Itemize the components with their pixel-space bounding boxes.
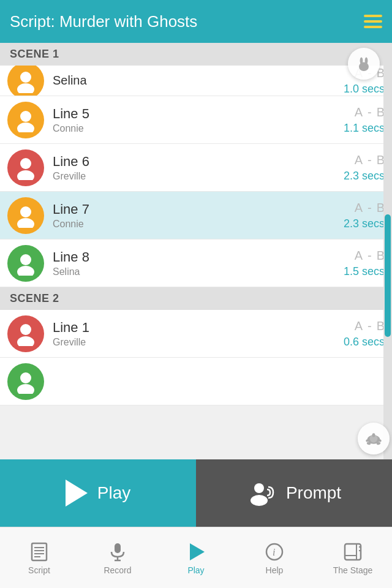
- line-controls: A - B 2.3 secs: [344, 153, 385, 183]
- prompt-button[interactable]: Prompt: [196, 459, 392, 527]
- svg-rect-28: [32, 543, 47, 560]
- table-row[interactable]: Line 7 Connie A - B 2.3 secs: [0, 192, 392, 239]
- table-row[interactable]: Selina A - B 1.0 secs: [0, 66, 392, 96]
- tab-help[interactable]: i Help: [235, 541, 314, 575]
- play-label: Play: [97, 483, 130, 503]
- svg-point-16: [17, 170, 34, 180]
- scene-1-label: SCENE 1: [10, 48, 59, 60]
- tab-script[interactable]: Script: [0, 541, 78, 575]
- svg-point-11: [20, 72, 31, 83]
- line-controls: A - B 1.1 secs: [344, 105, 385, 135]
- svg-text:i: i: [273, 547, 275, 557]
- svg-point-25: [17, 384, 34, 394]
- line-info: Line 7 Connie: [53, 202, 344, 230]
- tab-stage-label: The Stage: [333, 565, 373, 575]
- svg-point-15: [20, 158, 31, 169]
- tab-help-label: Help: [266, 565, 284, 575]
- speed-slow-button[interactable]: [358, 423, 390, 454]
- avatar-icon: [13, 108, 38, 132]
- avatar-icon: [13, 69, 38, 93]
- scene-2-header: SCENE 2: [0, 287, 392, 310]
- table-row[interactable]: Line 8 Selina A - B 1.5 secs: [0, 239, 392, 287]
- stage-icon: [342, 541, 364, 563]
- line-controls: A - B 0.6 secs: [344, 319, 385, 349]
- prompt-label: Prompt: [286, 483, 341, 503]
- line-controls: A - B 1.5 secs: [344, 249, 385, 278]
- svg-point-18: [17, 218, 34, 228]
- line-info: Line 6 Greville: [53, 154, 344, 182]
- tab-record-label: Record: [104, 565, 131, 575]
- tab-play-label: Play: [187, 565, 204, 575]
- svg-point-10: [372, 433, 375, 437]
- rabbit-icon: [354, 54, 374, 74]
- line-info: Line 8 Selina: [53, 249, 344, 277]
- table-row[interactable]: Line 1 Greville A - B 0.6 secs: [0, 310, 392, 358]
- svg-point-26: [254, 483, 264, 493]
- scrollbar-thumb[interactable]: [385, 214, 391, 337]
- play-button[interactable]: Play: [0, 459, 196, 527]
- hamburger-line-2: [364, 20, 382, 23]
- svg-marker-36: [190, 543, 205, 560]
- tab-script-label: Script: [28, 565, 50, 575]
- scrollbar-track[interactable]: [383, 43, 392, 459]
- line-controls: A - B 2.3 secs: [344, 201, 385, 230]
- avatar: [7, 315, 44, 352]
- mic-icon: [107, 541, 129, 563]
- line-info: Line 1 Greville: [53, 320, 344, 348]
- avatar-icon: [13, 369, 38, 394]
- action-buttons: Play Prompt: [0, 459, 392, 527]
- play-tab-icon: [185, 541, 207, 563]
- svg-rect-33: [115, 543, 121, 553]
- menu-button[interactable]: [364, 15, 382, 28]
- avatar: [7, 245, 44, 282]
- script-icon: [28, 541, 50, 563]
- avatar-icon: [13, 322, 38, 346]
- avatar: [7, 149, 44, 186]
- play-triangle-icon: [66, 480, 88, 507]
- app-title: Script: Murder with Ghosts: [10, 12, 197, 31]
- svg-point-22: [20, 324, 31, 335]
- info-icon: i: [263, 541, 285, 563]
- svg-point-20: [17, 266, 34, 276]
- line-info: Selina: [53, 74, 344, 88]
- tab-bar: Script Record Play i Hel: [0, 527, 392, 588]
- avatar-icon: [13, 251, 38, 276]
- table-row[interactable]: Line 6 Greville A - B 2.3 secs: [0, 144, 392, 192]
- line-info: Line 5 Connie: [53, 106, 344, 134]
- svg-point-27: [251, 495, 268, 506]
- svg-point-24: [20, 372, 31, 383]
- avatar: [7, 363, 44, 400]
- script-scroll-area[interactable]: SCENE 1 Selina A - B 1.0 secs: [0, 43, 392, 459]
- hamburger-line-3: [364, 26, 382, 28]
- svg-point-13: [20, 111, 31, 122]
- tab-stage[interactable]: The Stage: [314, 541, 392, 575]
- svg-point-3: [361, 62, 367, 69]
- tab-play[interactable]: Play: [157, 541, 235, 575]
- avatar-icon: [13, 203, 38, 228]
- avatar: [7, 102, 44, 138]
- prompt-icon: [247, 478, 276, 508]
- svg-point-23: [17, 336, 34, 346]
- svg-point-21: [22, 257, 27, 262]
- svg-point-14: [17, 123, 34, 132]
- avatar: [7, 197, 44, 234]
- scene-2-label: SCENE 2: [10, 292, 59, 304]
- table-row[interactable]: Line 5 Connie A - B 1.1 secs: [0, 96, 392, 144]
- tab-record[interactable]: Record: [78, 541, 157, 575]
- svg-rect-39: [345, 544, 361, 560]
- scene-1-header: SCENE 1: [0, 43, 392, 66]
- table-row[interactable]: [0, 358, 392, 405]
- speed-fast-button[interactable]: [348, 48, 380, 80]
- hamburger-line-1: [364, 15, 382, 17]
- svg-point-17: [20, 206, 31, 217]
- svg-point-12: [17, 83, 34, 93]
- turtle-icon: [364, 429, 383, 448]
- avatar-icon: [13, 156, 38, 180]
- avatar: [7, 66, 44, 96]
- app-header: Script: Murder with Ghosts: [0, 0, 392, 43]
